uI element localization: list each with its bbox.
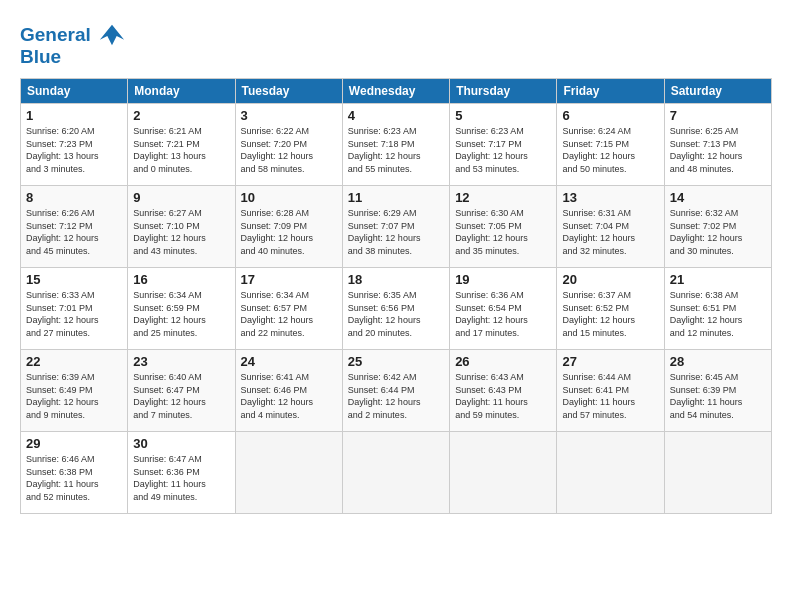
calendar-cell: 9Sunrise: 6:27 AM Sunset: 7:10 PM Daylig…	[128, 186, 235, 268]
calendar-cell: 28Sunrise: 6:45 AM Sunset: 6:39 PM Dayli…	[664, 350, 771, 432]
calendar-cell: 23Sunrise: 6:40 AM Sunset: 6:47 PM Dayli…	[128, 350, 235, 432]
day-number: 14	[670, 190, 766, 205]
calendar-cell: 1Sunrise: 6:20 AM Sunset: 7:23 PM Daylig…	[21, 104, 128, 186]
day-info: Sunrise: 6:43 AM Sunset: 6:43 PM Dayligh…	[455, 371, 551, 421]
logo-bird-icon	[98, 22, 126, 50]
calendar-cell: 7Sunrise: 6:25 AM Sunset: 7:13 PM Daylig…	[664, 104, 771, 186]
calendar-cell: 2Sunrise: 6:21 AM Sunset: 7:21 PM Daylig…	[128, 104, 235, 186]
day-info: Sunrise: 6:45 AM Sunset: 6:39 PM Dayligh…	[670, 371, 766, 421]
calendar-cell: 29Sunrise: 6:46 AM Sunset: 6:38 PM Dayli…	[21, 432, 128, 514]
day-number: 29	[26, 436, 122, 451]
calendar: SundayMondayTuesdayWednesdayThursdayFrid…	[20, 78, 772, 514]
day-number: 27	[562, 354, 658, 369]
day-number: 16	[133, 272, 229, 287]
day-info: Sunrise: 6:20 AM Sunset: 7:23 PM Dayligh…	[26, 125, 122, 175]
calendar-cell	[664, 432, 771, 514]
day-number: 28	[670, 354, 766, 369]
calendar-cell	[235, 432, 342, 514]
calendar-cell: 21Sunrise: 6:38 AM Sunset: 6:51 PM Dayli…	[664, 268, 771, 350]
day-number: 7	[670, 108, 766, 123]
day-info: Sunrise: 6:35 AM Sunset: 6:56 PM Dayligh…	[348, 289, 444, 339]
calendar-header-row: SundayMondayTuesdayWednesdayThursdayFrid…	[21, 79, 772, 104]
day-number: 6	[562, 108, 658, 123]
calendar-cell: 18Sunrise: 6:35 AM Sunset: 6:56 PM Dayli…	[342, 268, 449, 350]
weekday-header-saturday: Saturday	[664, 79, 771, 104]
day-info: Sunrise: 6:26 AM Sunset: 7:12 PM Dayligh…	[26, 207, 122, 257]
calendar-cell	[450, 432, 557, 514]
day-number: 2	[133, 108, 229, 123]
calendar-cell: 17Sunrise: 6:34 AM Sunset: 6:57 PM Dayli…	[235, 268, 342, 350]
day-number: 18	[348, 272, 444, 287]
day-info: Sunrise: 6:42 AM Sunset: 6:44 PM Dayligh…	[348, 371, 444, 421]
day-info: Sunrise: 6:36 AM Sunset: 6:54 PM Dayligh…	[455, 289, 551, 339]
svg-marker-0	[100, 25, 124, 46]
calendar-week-row: 1Sunrise: 6:20 AM Sunset: 7:23 PM Daylig…	[21, 104, 772, 186]
day-info: Sunrise: 6:41 AM Sunset: 6:46 PM Dayligh…	[241, 371, 337, 421]
day-number: 19	[455, 272, 551, 287]
day-info: Sunrise: 6:34 AM Sunset: 6:59 PM Dayligh…	[133, 289, 229, 339]
calendar-week-row: 15Sunrise: 6:33 AM Sunset: 7:01 PM Dayli…	[21, 268, 772, 350]
calendar-cell: 4Sunrise: 6:23 AM Sunset: 7:18 PM Daylig…	[342, 104, 449, 186]
weekday-header-thursday: Thursday	[450, 79, 557, 104]
calendar-cell: 12Sunrise: 6:30 AM Sunset: 7:05 PM Dayli…	[450, 186, 557, 268]
calendar-week-row: 22Sunrise: 6:39 AM Sunset: 6:49 PM Dayli…	[21, 350, 772, 432]
calendar-cell: 8Sunrise: 6:26 AM Sunset: 7:12 PM Daylig…	[21, 186, 128, 268]
day-number: 3	[241, 108, 337, 123]
day-info: Sunrise: 6:34 AM Sunset: 6:57 PM Dayligh…	[241, 289, 337, 339]
header: General Blue	[20, 18, 772, 68]
day-info: Sunrise: 6:33 AM Sunset: 7:01 PM Dayligh…	[26, 289, 122, 339]
day-number: 30	[133, 436, 229, 451]
day-number: 10	[241, 190, 337, 205]
day-info: Sunrise: 6:28 AM Sunset: 7:09 PM Dayligh…	[241, 207, 337, 257]
day-number: 22	[26, 354, 122, 369]
day-number: 23	[133, 354, 229, 369]
calendar-week-row: 8Sunrise: 6:26 AM Sunset: 7:12 PM Daylig…	[21, 186, 772, 268]
calendar-cell: 3Sunrise: 6:22 AM Sunset: 7:20 PM Daylig…	[235, 104, 342, 186]
day-info: Sunrise: 6:46 AM Sunset: 6:38 PM Dayligh…	[26, 453, 122, 503]
day-number: 11	[348, 190, 444, 205]
day-number: 24	[241, 354, 337, 369]
calendar-cell: 14Sunrise: 6:32 AM Sunset: 7:02 PM Dayli…	[664, 186, 771, 268]
calendar-cell	[557, 432, 664, 514]
day-info: Sunrise: 6:32 AM Sunset: 7:02 PM Dayligh…	[670, 207, 766, 257]
calendar-cell: 27Sunrise: 6:44 AM Sunset: 6:41 PM Dayli…	[557, 350, 664, 432]
weekday-header-wednesday: Wednesday	[342, 79, 449, 104]
day-info: Sunrise: 6:25 AM Sunset: 7:13 PM Dayligh…	[670, 125, 766, 175]
calendar-cell: 16Sunrise: 6:34 AM Sunset: 6:59 PM Dayli…	[128, 268, 235, 350]
day-info: Sunrise: 6:30 AM Sunset: 7:05 PM Dayligh…	[455, 207, 551, 257]
weekday-header-tuesday: Tuesday	[235, 79, 342, 104]
day-info: Sunrise: 6:37 AM Sunset: 6:52 PM Dayligh…	[562, 289, 658, 339]
logo: General Blue	[20, 22, 126, 68]
day-number: 12	[455, 190, 551, 205]
day-number: 26	[455, 354, 551, 369]
day-info: Sunrise: 6:38 AM Sunset: 6:51 PM Dayligh…	[670, 289, 766, 339]
day-info: Sunrise: 6:22 AM Sunset: 7:20 PM Dayligh…	[241, 125, 337, 175]
weekday-header-monday: Monday	[128, 79, 235, 104]
calendar-cell: 24Sunrise: 6:41 AM Sunset: 6:46 PM Dayli…	[235, 350, 342, 432]
day-info: Sunrise: 6:39 AM Sunset: 6:49 PM Dayligh…	[26, 371, 122, 421]
day-info: Sunrise: 6:27 AM Sunset: 7:10 PM Dayligh…	[133, 207, 229, 257]
calendar-cell: 6Sunrise: 6:24 AM Sunset: 7:15 PM Daylig…	[557, 104, 664, 186]
day-number: 4	[348, 108, 444, 123]
calendar-week-row: 29Sunrise: 6:46 AM Sunset: 6:38 PM Dayli…	[21, 432, 772, 514]
day-info: Sunrise: 6:24 AM Sunset: 7:15 PM Dayligh…	[562, 125, 658, 175]
day-number: 5	[455, 108, 551, 123]
day-number: 17	[241, 272, 337, 287]
calendar-cell: 20Sunrise: 6:37 AM Sunset: 6:52 PM Dayli…	[557, 268, 664, 350]
calendar-cell: 19Sunrise: 6:36 AM Sunset: 6:54 PM Dayli…	[450, 268, 557, 350]
calendar-cell: 10Sunrise: 6:28 AM Sunset: 7:09 PM Dayli…	[235, 186, 342, 268]
day-info: Sunrise: 6:47 AM Sunset: 6:36 PM Dayligh…	[133, 453, 229, 503]
calendar-cell: 25Sunrise: 6:42 AM Sunset: 6:44 PM Dayli…	[342, 350, 449, 432]
day-number: 25	[348, 354, 444, 369]
weekday-header-friday: Friday	[557, 79, 664, 104]
day-info: Sunrise: 6:23 AM Sunset: 7:18 PM Dayligh…	[348, 125, 444, 175]
calendar-cell: 30Sunrise: 6:47 AM Sunset: 6:36 PM Dayli…	[128, 432, 235, 514]
calendar-cell: 15Sunrise: 6:33 AM Sunset: 7:01 PM Dayli…	[21, 268, 128, 350]
day-info: Sunrise: 6:23 AM Sunset: 7:17 PM Dayligh…	[455, 125, 551, 175]
calendar-cell	[342, 432, 449, 514]
day-number: 8	[26, 190, 122, 205]
day-number: 9	[133, 190, 229, 205]
day-number: 21	[670, 272, 766, 287]
day-number: 1	[26, 108, 122, 123]
day-info: Sunrise: 6:44 AM Sunset: 6:41 PM Dayligh…	[562, 371, 658, 421]
